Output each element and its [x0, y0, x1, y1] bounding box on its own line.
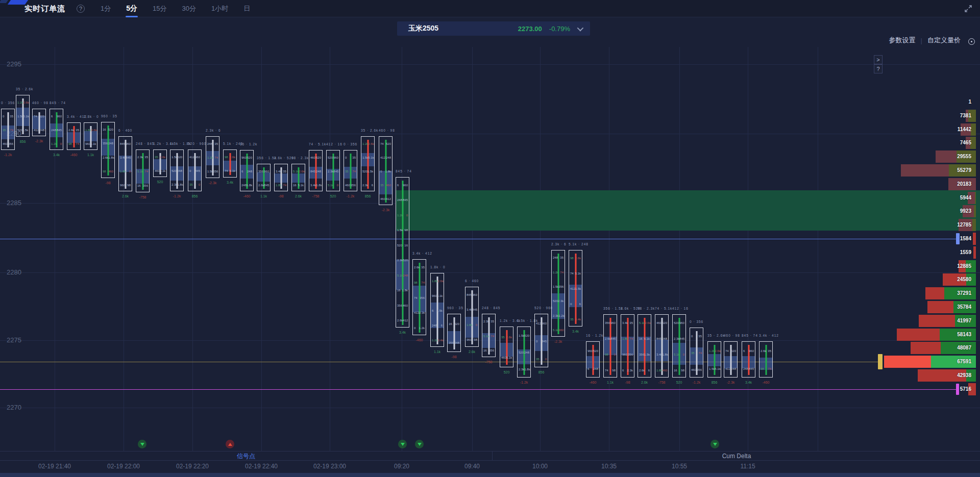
footprint-candle[interactable]: 5209602.3k8455.1k01698 [672, 314, 686, 378]
footprint-candle[interactable]: 6960248845 [742, 341, 755, 378]
bid-ask-row: 1.8k0 [119, 170, 132, 173]
instrument-selector[interactable]: 玉米2505 2273.00 -0.79% [397, 21, 590, 36]
ask-value: 248 [403, 274, 408, 277]
tab-日[interactable]: 日 [242, 0, 251, 17]
footprint-candle[interactable]: 352.6k4605.1k [500, 327, 513, 367]
custom-volume-button[interactable]: 自定义量价 [927, 36, 961, 45]
footprint-candle[interactable]: 1.2k2.6k1.5k5.1k5201.5k2.3k6 [361, 136, 375, 191]
volume-value-label: 12785 [957, 222, 971, 228]
bid-value: 5.1k [397, 274, 403, 277]
bid-value: 845 [656, 337, 662, 340]
ask-value: 960 [542, 322, 547, 325]
footprint-candle[interactable]: 352.6k4605.1k [153, 149, 167, 177]
vertical-gridline [330, 47, 330, 451]
footprint-candle[interactable]: 8459603.4k8451.8k096098 [118, 136, 132, 191]
candle-delta-label: -98 [274, 194, 288, 198]
title-help-icon[interactable]: ? [77, 5, 85, 13]
bid-value: 356 [258, 170, 263, 173]
footprint-candle[interactable]: 5.1k2.6k165.1k [291, 164, 305, 191]
signal-marker-up[interactable] [226, 440, 234, 448]
ask-value: 520 [731, 349, 736, 353]
footprint-candle[interactable]: 1.8k2.6k9605.1k61.5k24861.2k3.4k [430, 273, 444, 347]
tab-1分[interactable]: 1分 [100, 0, 112, 17]
signal-marker-down[interactable] [710, 440, 719, 448]
value-area-band [396, 190, 980, 231]
bid-ask-row: 96098 [465, 338, 478, 341]
tab-15分[interactable]: 15分 [152, 0, 167, 17]
footprint-candle[interactable]: 16520356248 [447, 314, 461, 352]
footprint-candle[interactable]: 4605208452483.4k1.8k [309, 150, 323, 191]
fullscreen-icon[interactable] [964, 4, 973, 13]
candle-header-values: 412 · 16 [672, 307, 686, 310]
footprint-candle[interactable]: 3569602.6k845 [257, 164, 271, 191]
collapse-panel-button[interactable]: > [874, 55, 883, 64]
bid-value: 248 [432, 324, 437, 327]
footprint-candle[interactable]: 5.1k2.6k165.1k3561.5k2.6k6 [638, 314, 651, 378]
footprint-candle[interactable]: 2.6k359874743564122.3k01.2k [412, 259, 426, 335]
bid-ask-row: 960520 [240, 156, 253, 159]
footprint-candle[interactable]: 9605206248 [586, 341, 600, 378]
footprint-candle[interactable]: 1.2k2.6k1.5k5.1k [707, 341, 721, 378]
footprint-candle[interactable]: 69602488451.2k01.5k98520162.3k5205.1k248… [396, 177, 409, 328]
bid-value: 5.1k [293, 170, 299, 173]
param-settings-button[interactable]: 参数设置 [889, 36, 916, 45]
ask-value: 2.3k [627, 369, 633, 372]
footprint-candle[interactable]: 1.2k2.6k1.5k5.1k5201.5k [16, 95, 30, 137]
footprint-candle[interactable]: 74520412248 [32, 109, 46, 136]
footprint-candle[interactable]: 982.6k745.1k [223, 149, 237, 178]
footprint-candle[interactable]: 2.6k359874 [759, 341, 773, 378]
footprint-candle[interactable]: 1.5k5205202482.3k1.8k [517, 327, 531, 378]
panel-help-button[interactable]: ? [874, 64, 883, 73]
footprint-candle[interactable]: 4129600845350 [188, 149, 202, 191]
footprint-candle[interactable]: 7452041224801.8k35460460412 [379, 136, 393, 205]
candle-header-values: 6 · 460 [118, 129, 132, 132]
horizontal-gridline [0, 272, 980, 273]
bottom-scrollbar[interactable] [0, 473, 980, 477]
tab-30分[interactable]: 30分 [181, 0, 197, 17]
tab-1小时[interactable]: 1小时 [210, 0, 229, 17]
cumdelta-panel-label[interactable]: Cum Delta [493, 451, 980, 460]
footprint-candle[interactable]: 1.5k5205202482.3k1.8k [170, 149, 184, 191]
bid-value: 0 [691, 335, 693, 338]
signal-marker-down[interactable] [138, 440, 146, 448]
ask-value: 960 [195, 156, 200, 159]
footprint-candle[interactable]: 5209602.3k8455.1k0 [326, 150, 340, 191]
footprint-candle[interactable]: 0353574460356 [1, 109, 15, 150]
bid-ask-row: 1.2k2.6k [16, 101, 29, 104]
footprint-candle[interactable]: 69602488451.2k0 [50, 109, 63, 150]
footprint-candle[interactable]: 8459603.4k8451.8k096098 [465, 287, 479, 347]
footprint-candle[interactable]: 165203562482.6k1.8k98460 [101, 122, 115, 178]
footprint-candle[interactable]: 3569602.6k8459807498 [603, 314, 617, 378]
target-circle-icon[interactable] [968, 38, 975, 45]
ask-value: 520 [247, 156, 252, 159]
bid-value: 1.2k [17, 101, 23, 104]
bid-value: 845 [310, 170, 315, 173]
signal-panel-label[interactable]: 信号点 [0, 451, 493, 460]
footprint-candle[interactable]: 982.6k745.1k4121.5k06353.4k [569, 250, 582, 327]
signal-marker-down[interactable] [398, 440, 407, 448]
signal-marker-down[interactable] [415, 440, 424, 448]
ask-value: 248 [316, 170, 321, 173]
footprint-candle[interactable]: 3.4k351.8k7496035662.3k [621, 314, 634, 378]
footprint-candle[interactable]: 4129600845350 [534, 314, 548, 367]
footprint-candle[interactable]: 4605208452483.4k1.8k1.8k460 [655, 314, 669, 378]
footprint-candle[interactable]: 248351.2k741.5k356 [206, 136, 219, 178]
candle-delta-label: 520 [500, 370, 513, 374]
bid-ask-row: 6960 [50, 115, 63, 118]
footprint-candle[interactable]: 2.6k359874 [67, 122, 81, 150]
footprint-candle[interactable]: 248351.2k741.5k3565202.3k2.3k1.2k5.1k960 [551, 250, 565, 337]
tab-5分[interactable]: 5分 [125, 0, 138, 17]
footprint-candle[interactable]: 0353574460356 [690, 328, 703, 378]
ask-value: 74 [698, 352, 702, 355]
bid-value: 1.2k [207, 156, 213, 159]
footprint-candle[interactable]: 96052062482481.8k [240, 150, 254, 191]
footprint-candle[interactable]: 74520412248 [724, 341, 738, 378]
time-axis-label: 02-19 22:00 [107, 463, 140, 470]
candle-header-values: 98 · 2.3k [291, 156, 305, 160]
footprint-candle[interactable]: 2.3k355.1k7416356 [482, 314, 496, 357]
footprint-candle[interactable]: 0353574460356 [344, 150, 357, 191]
bid-ask-row: 460356 [2, 142, 14, 145]
footprint-candle[interactable]: 3.4k351.8k74 [274, 164, 288, 191]
footprint-candle[interactable]: 2.3k355.1k7416356 [136, 149, 150, 192]
footprint-candle[interactable]: 1.8k2.6k9605.1k [84, 122, 97, 150]
